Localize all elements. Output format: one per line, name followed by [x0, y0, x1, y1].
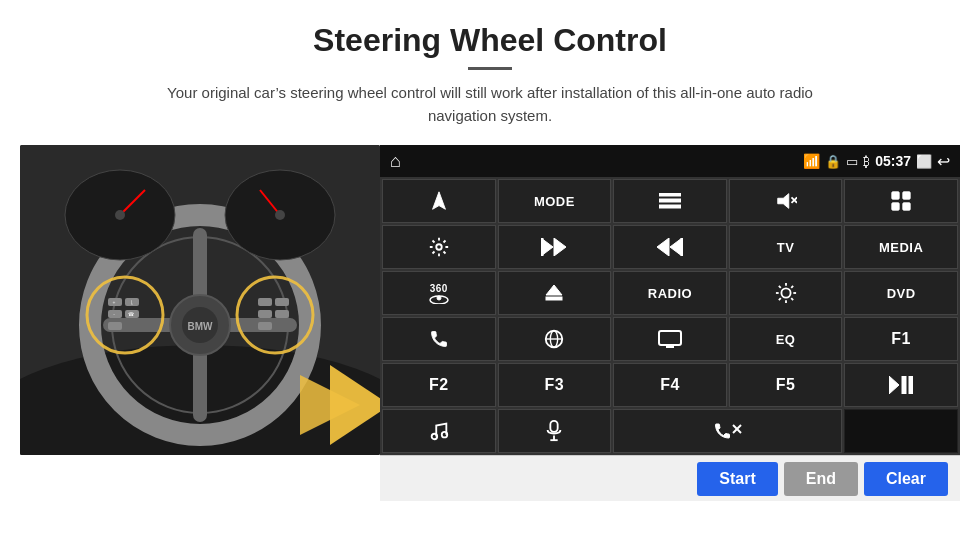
svg-rect-37 — [659, 199, 681, 202]
brightness-btn[interactable] — [729, 271, 843, 315]
eject-btn[interactable] — [498, 271, 612, 315]
prev-btn[interactable] — [498, 225, 612, 269]
lock-icon: 🔒 — [825, 154, 841, 169]
page-title: Steering Wheel Control — [0, 0, 980, 59]
wifi-icon: 📶 — [803, 153, 820, 169]
settings-btn[interactable] — [382, 225, 496, 269]
car-image: BMW + ᶅ - ☎ — [20, 145, 380, 455]
svg-rect-73 — [902, 376, 906, 394]
svg-point-46 — [436, 244, 442, 250]
sim-icon: ▭ — [846, 154, 858, 169]
bottom-bar: Start End Clear — [380, 455, 960, 501]
svg-rect-16 — [108, 322, 122, 330]
svg-marker-35 — [432, 192, 445, 209]
back-icon[interactable]: ↩ — [937, 152, 950, 171]
end-button[interactable]: End — [784, 462, 858, 496]
eq-btn[interactable]: EQ — [729, 317, 843, 361]
apps-btn[interactable] — [844, 179, 958, 223]
svg-rect-14 — [108, 310, 122, 318]
svg-rect-23 — [275, 298, 289, 306]
svg-rect-45 — [903, 203, 910, 210]
svg-marker-55 — [546, 285, 562, 295]
svg-rect-77 — [551, 421, 558, 432]
svg-rect-26 — [258, 322, 272, 330]
status-icons: 📶 🔒 ▭ ₿ 05:37 ⬜ ↩ — [803, 152, 950, 171]
svg-line-63 — [791, 298, 793, 300]
phone-btn[interactable] — [382, 317, 496, 361]
svg-point-75 — [431, 434, 437, 440]
svg-rect-43 — [903, 192, 910, 199]
empty-cell — [844, 409, 958, 453]
svg-rect-36 — [659, 193, 681, 196]
svg-point-34 — [275, 210, 285, 220]
status-bar: ⌂ 📶 🔒 ▭ ₿ 05:37 ⬜ ↩ — [380, 145, 960, 177]
menu-btn[interactable] — [613, 179, 727, 223]
f5-btn[interactable]: F5 — [729, 363, 843, 407]
svg-line-65 — [791, 286, 793, 288]
svg-point-54 — [437, 296, 441, 300]
svg-line-62 — [778, 286, 780, 288]
browse-btn[interactable] — [498, 317, 612, 361]
svg-rect-52 — [681, 238, 683, 256]
button-grid: MODE — [380, 177, 960, 455]
svg-text:BMW: BMW — [188, 321, 214, 332]
svg-marker-51 — [657, 238, 669, 256]
svg-rect-74 — [909, 376, 913, 394]
playpause-btn[interactable] — [844, 363, 958, 407]
radio-btn[interactable]: RADIO — [613, 271, 727, 315]
media-btn[interactable]: MEDIA — [844, 225, 958, 269]
time-display: 05:37 — [875, 153, 911, 169]
control-panel: ⌂ 📶 🔒 ▭ ₿ 05:37 ⬜ ↩ MODE — [380, 145, 960, 501]
phonemute-btn[interactable] — [613, 409, 842, 453]
f3-btn[interactable]: F3 — [498, 363, 612, 407]
cam360-btn[interactable]: 360 — [382, 271, 496, 315]
music-btn[interactable] — [382, 409, 496, 453]
svg-rect-69 — [659, 331, 681, 345]
svg-rect-49 — [541, 238, 543, 256]
svg-point-76 — [442, 432, 448, 438]
svg-rect-38 — [659, 205, 681, 208]
svg-rect-44 — [892, 203, 899, 210]
svg-rect-25 — [275, 310, 289, 318]
svg-text:☎: ☎ — [128, 311, 134, 317]
next-btn[interactable] — [613, 225, 727, 269]
svg-line-64 — [778, 298, 780, 300]
mode-btn[interactable]: MODE — [498, 179, 612, 223]
svg-rect-24 — [258, 310, 272, 318]
svg-rect-56 — [546, 297, 562, 300]
home-icon[interactable]: ⌂ — [390, 151, 401, 172]
f1-btn[interactable]: F1 — [844, 317, 958, 361]
f2-btn[interactable]: F2 — [382, 363, 496, 407]
f4-btn[interactable]: F4 — [613, 363, 727, 407]
svg-point-32 — [115, 210, 125, 220]
nav-btn[interactable] — [382, 179, 496, 223]
svg-marker-39 — [777, 194, 788, 209]
svg-marker-48 — [554, 238, 566, 256]
tv-btn[interactable]: TV — [729, 225, 843, 269]
mic-btn[interactable] — [498, 409, 612, 453]
svg-text:+: + — [113, 299, 116, 305]
svg-marker-72 — [889, 376, 899, 394]
dvd-btn[interactable]: DVD — [844, 271, 958, 315]
svg-rect-13 — [125, 298, 139, 306]
screen-icon: ⬜ — [916, 154, 932, 169]
clear-button[interactable]: Clear — [864, 462, 948, 496]
title-divider — [468, 67, 512, 70]
start-button[interactable]: Start — [697, 462, 777, 496]
svg-rect-22 — [258, 298, 272, 306]
bluetooth-icon: ₿ — [863, 154, 870, 169]
svg-rect-42 — [892, 192, 899, 199]
mute-btn[interactable] — [729, 179, 843, 223]
display-btn[interactable] — [613, 317, 727, 361]
subtitle: Your original car’s steering wheel contr… — [140, 82, 840, 127]
svg-marker-50 — [670, 238, 682, 256]
svg-point-57 — [781, 288, 790, 297]
